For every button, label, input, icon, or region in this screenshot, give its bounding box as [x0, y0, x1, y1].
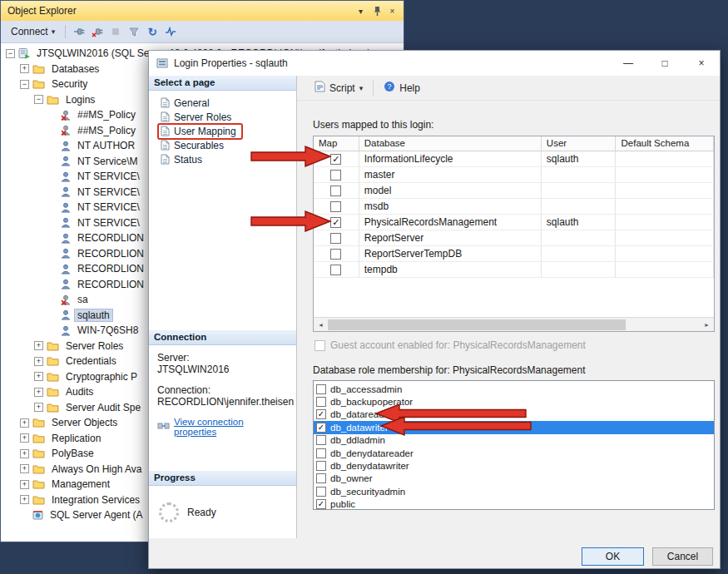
role-checkbox[interactable] [316, 448, 326, 458]
tree-item-label: NT SERVICE\ [75, 217, 142, 229]
grid-column-header[interactable]: Database [359, 136, 542, 151]
collapse-icon[interactable]: − [20, 80, 29, 89]
grid-row[interactable]: ✓InformationLifecyclesqlauth [314, 151, 714, 167]
map-checkbox[interactable]: ✓ [330, 154, 341, 165]
ok-button[interactable]: OK [582, 547, 644, 566]
activity-monitor-icon[interactable] [162, 23, 179, 40]
folder-icon [47, 341, 59, 351]
scrollbar-thumb[interactable] [328, 319, 626, 330]
page-item-inner: General [159, 96, 213, 110]
tree-item-label: Cryptographic P [63, 371, 140, 383]
grid-column-header[interactable]: Default Schema [616, 136, 714, 151]
script-button[interactable]: Script ▾ [309, 78, 369, 97]
grid-row[interactable]: ✓PhysicalRecordsManagementsqlauth [314, 215, 714, 230]
expand-icon[interactable]: + [34, 403, 43, 412]
close-icon[interactable]: × [384, 3, 400, 19]
page-item-server-roles[interactable]: Server Roles [149, 110, 296, 124]
expand-icon[interactable]: + [20, 495, 29, 504]
map-cell [314, 183, 359, 198]
plug-disconnect-icon[interactable] [89, 23, 106, 40]
expand-icon[interactable]: + [20, 464, 29, 473]
user-icon [61, 309, 71, 320]
dialog-titlebar[interactable]: Login Properties - sqlauth — □ × [149, 51, 720, 76]
page-item-status[interactable]: Status [149, 152, 296, 166]
database-cell: tempdb [359, 262, 542, 277]
userx-icon [61, 294, 71, 305]
window-position-dropdown-icon[interactable]: ▾ [353, 3, 369, 19]
map-checkbox[interactable] [330, 249, 341, 260]
pin-icon[interactable] [369, 3, 384, 19]
grid-horizontal-scrollbar[interactable]: ◄ ► [314, 317, 714, 331]
grid-row[interactable]: msdb [314, 199, 714, 215]
grid-row[interactable]: ReportServerTempDB [314, 246, 714, 262]
grid-row[interactable]: tempdb [314, 262, 714, 278]
plug-connect-icon[interactable] [71, 23, 87, 40]
filter-icon[interactable] [126, 23, 142, 40]
tree-item-label: sa [75, 294, 91, 305]
expand-icon[interactable]: + [20, 433, 29, 443]
map-checkbox[interactable] [330, 186, 341, 196]
collapse-icon[interactable]: − [6, 49, 15, 58]
map-checkbox[interactable]: ✓ [330, 217, 341, 228]
grid-row[interactable]: ReportServer [314, 230, 714, 246]
map-checkbox[interactable] [330, 201, 341, 212]
map-checkbox[interactable] [330, 170, 341, 181]
grid-column-header[interactable]: Map [314, 136, 359, 151]
default-schema-cell [616, 183, 714, 198]
cancel-button[interactable]: Cancel [652, 547, 713, 566]
default-schema-cell [616, 151, 714, 166]
expand-icon[interactable]: + [34, 388, 43, 397]
expand-icon[interactable]: + [34, 372, 43, 381]
expand-icon[interactable]: + [34, 341, 43, 350]
expand-icon[interactable]: + [20, 64, 29, 73]
role-item[interactable]: db_denydatawriter [314, 459, 714, 472]
role-item[interactable]: ✓public [314, 498, 714, 510]
role-checkbox[interactable] [316, 397, 326, 407]
expand-icon[interactable]: + [34, 357, 43, 366]
connect-button[interactable]: Connect ▾ [6, 24, 60, 39]
grid-row[interactable]: model [314, 183, 714, 199]
role-item[interactable]: db_ddladmin [314, 434, 714, 447]
expand-icon[interactable]: + [20, 418, 29, 428]
userx-icon [61, 110, 71, 121]
object-explorer-titlebar[interactable]: Object Explorer ▾ × [1, 1, 404, 21]
role-item[interactable]: db_backupoperator [314, 395, 714, 408]
stop-icon[interactable] [107, 23, 124, 40]
tree-item-label: WIN-7Q6SH8 [75, 324, 141, 336]
grid-row[interactable]: master [314, 167, 714, 183]
role-checkbox[interactable] [316, 435, 326, 445]
role-checkbox[interactable]: ✓ [316, 423, 326, 433]
role-item[interactable]: db_denydatareader [314, 447, 714, 459]
page-item-securables[interactable]: Securables [149, 138, 296, 152]
map-checkbox[interactable] [330, 265, 341, 275]
select-page-header: Select a page [149, 76, 296, 91]
role-checkbox[interactable] [316, 461, 326, 471]
guest-account-checkbox[interactable] [314, 340, 325, 351]
scroll-right-icon[interactable]: ► [700, 318, 714, 331]
map-checkbox[interactable] [330, 233, 341, 244]
close-button[interactable]: × [683, 51, 720, 76]
role-item[interactable]: db_accessadmin [314, 383, 714, 395]
expand-icon[interactable]: + [20, 449, 29, 458]
role-item[interactable]: ✓db_datareader [314, 408, 714, 421]
view-connection-properties-link[interactable]: View connection properties [174, 417, 288, 437]
refresh-icon[interactable]: ↻ [144, 23, 161, 40]
role-checkbox[interactable]: ✓ [316, 499, 326, 509]
role-checkbox[interactable] [316, 487, 326, 497]
minimize-button[interactable]: — [610, 51, 646, 76]
help-button[interactable]: ? Help [378, 78, 426, 97]
role-checkbox[interactable]: ✓ [316, 409, 326, 419]
expand-icon[interactable]: + [20, 480, 29, 489]
database-cell: master [359, 167, 542, 182]
role-checkbox[interactable] [316, 384, 326, 394]
maximize-button[interactable]: □ [646, 51, 683, 76]
collapse-icon[interactable]: − [34, 95, 43, 104]
role-checkbox[interactable] [316, 473, 326, 483]
grid-column-header[interactable]: User [542, 136, 617, 151]
page-item-general[interactable]: General [149, 96, 296, 110]
role-item[interactable]: db_securityadmin [314, 485, 714, 497]
role-item[interactable]: db_owner [314, 473, 714, 485]
scroll-left-icon[interactable]: ◄ [314, 318, 328, 331]
role-item[interactable]: ✓db_datawriter [314, 421, 714, 433]
page-item-user-mapping[interactable]: User Mapping [149, 124, 296, 138]
